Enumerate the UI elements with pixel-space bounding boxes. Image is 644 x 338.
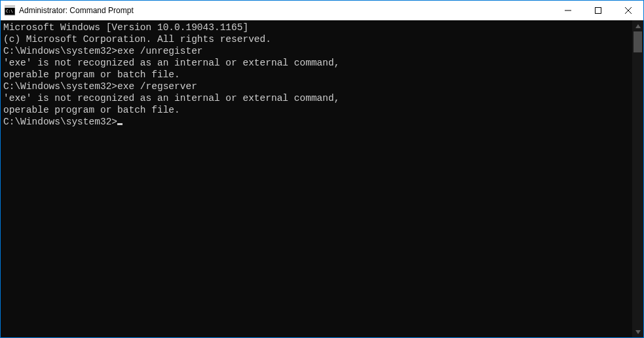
svg-marker-8: [635, 330, 641, 334]
cursor: [117, 123, 123, 125]
console-line: 'exe' is not recognized as an internal o…: [3, 92, 632, 104]
scroll-up-arrow[interactable]: [632, 20, 643, 31]
console-line: C:\Windows\system32>exe /unregister: [3, 45, 632, 57]
cmd-icon: C:\: [5, 5, 15, 16]
close-button[interactable]: [613, 1, 643, 20]
svg-rect-1: [5, 6, 15, 8]
scroll-track[interactable]: [632, 31, 643, 326]
vertical-scrollbar[interactable]: [632, 20, 643, 337]
console-prompt-line[interactable]: C:\Windows\system32>: [3, 116, 632, 128]
command-prompt-window: C:\ Administrator: Command Prompt Micros…: [1, 1, 643, 337]
svg-rect-4: [596, 8, 601, 14]
titlebar[interactable]: C:\ Administrator: Command Prompt: [1, 1, 643, 20]
console-line: 'exe' is not recognized as an internal o…: [3, 57, 632, 69]
svg-text:C:\: C:\: [6, 9, 13, 13]
console-prompt: C:\Windows\system32>: [3, 117, 117, 127]
console-line: (c) Microsoft Corporation. All rights re…: [3, 33, 632, 45]
minimize-button[interactable]: [553, 1, 583, 20]
console-area: Microsoft Windows [Version 10.0.19043.11…: [1, 20, 643, 337]
scroll-thumb[interactable]: [634, 31, 642, 52]
maximize-button[interactable]: [583, 1, 613, 20]
console-line: operable program or batch file.: [3, 69, 632, 81]
console-line: Microsoft Windows [Version 10.0.19043.11…: [3, 22, 632, 33]
svg-marker-7: [635, 24, 641, 28]
window-controls: [553, 1, 643, 20]
console-line: C:\Windows\system32>exe /regserver: [3, 81, 632, 92]
console-output[interactable]: Microsoft Windows [Version 10.0.19043.11…: [1, 20, 632, 337]
scroll-down-arrow[interactable]: [632, 326, 643, 337]
console-line: operable program or batch file.: [3, 104, 632, 116]
window-title: Administrator: Command Prompt: [19, 6, 553, 15]
